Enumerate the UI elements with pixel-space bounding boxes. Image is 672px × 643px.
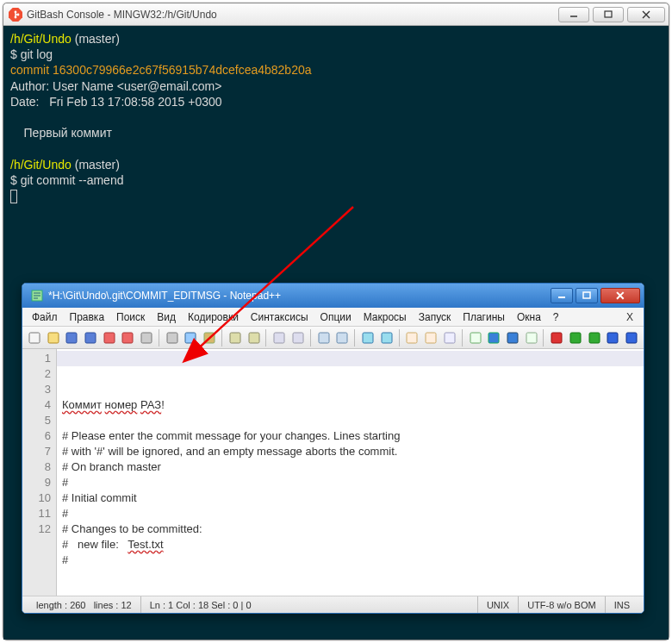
npp-close-button[interactable]: ✕ xyxy=(600,288,640,303)
open-file-icon[interactable] xyxy=(45,329,62,346)
menu-плагины[interactable]: Плагины xyxy=(457,308,511,326)
line-number: 2 xyxy=(22,366,51,382)
editor-line: # Please enter the commit message for yo… xyxy=(62,428,638,444)
svg-rect-32 xyxy=(507,333,518,343)
svg-rect-18 xyxy=(204,333,215,343)
npp-maximize-button[interactable] xyxy=(576,288,598,303)
line-number: 8 xyxy=(22,459,51,475)
svg-rect-11 xyxy=(66,333,77,343)
svg-rect-29 xyxy=(445,333,455,343)
close-button[interactable] xyxy=(627,7,665,22)
toolbar-separator xyxy=(354,329,356,346)
svg-rect-28 xyxy=(426,333,436,343)
new-file-icon[interactable] xyxy=(26,329,43,346)
svg-rect-37 xyxy=(607,333,618,343)
editor-line: # Changes to be committed: xyxy=(62,521,638,537)
terminal-line: commit 16300c79966e2c67f56915b74dcefcea4… xyxy=(10,62,662,78)
play-multi-icon[interactable] xyxy=(586,329,603,346)
editor-line: Коммит номер РАЗ! xyxy=(62,397,638,413)
svg-rect-5 xyxy=(605,11,612,17)
toolbar-separator xyxy=(265,329,267,346)
terminal-line: Date: Fri Feb 13 17:08:58 2015 +0300 xyxy=(10,94,662,109)
folder-tree-icon[interactable] xyxy=(504,329,521,346)
zoom-in-icon[interactable] xyxy=(315,329,333,346)
npp-titlebar[interactable]: *H:\Git\Undo\.git\COMMIT_EDITMSG - Notep… xyxy=(22,284,644,308)
toolbar-separator xyxy=(462,329,464,346)
terminal-line: Author: User Name <user@email.com> xyxy=(10,78,662,94)
menu-поиск[interactable]: Поиск xyxy=(110,308,151,326)
menu-запуск[interactable]: Запуск xyxy=(413,308,457,326)
sync-h-icon[interactable] xyxy=(378,329,395,346)
svg-rect-19 xyxy=(230,333,240,343)
editor-line: # xyxy=(62,475,638,490)
line-number: 4 xyxy=(22,397,51,413)
stop-icon[interactable] xyxy=(605,329,622,346)
menu-кодировки[interactable]: Кодировки xyxy=(182,308,245,326)
save-all-icon[interactable] xyxy=(82,329,99,346)
terminal-line: $ git log xyxy=(10,47,662,62)
menu-окна[interactable]: Окна xyxy=(511,308,547,326)
search-icon[interactable] xyxy=(271,329,288,346)
minimize-button[interactable] xyxy=(558,7,589,22)
close-file-icon[interactable] xyxy=(101,329,118,346)
func-list-icon[interactable] xyxy=(485,329,502,346)
svg-rect-25 xyxy=(363,333,373,343)
status-encoding: UTF-8 w/o BOM xyxy=(519,596,605,613)
close-all-icon[interactable] xyxy=(120,329,137,346)
undo-icon[interactable] xyxy=(227,329,244,346)
menu-синтаксисы[interactable]: Синтаксисы xyxy=(245,308,314,326)
npp-toolbar-close[interactable]: X xyxy=(619,311,640,323)
toolbar-separator xyxy=(543,329,544,346)
terminal-line: $ git commit --amend xyxy=(10,172,662,188)
copy-icon[interactable] xyxy=(183,329,200,346)
npp-minimize-button[interactable] xyxy=(551,288,573,303)
sync-v-icon[interactable] xyxy=(359,329,376,346)
line-number: 12 xyxy=(22,521,51,537)
lang-icon[interactable] xyxy=(467,329,484,346)
cut-icon[interactable] xyxy=(164,329,181,346)
line-number: 10 xyxy=(22,490,51,506)
line-number-gutter: 123456789101112 xyxy=(22,349,57,596)
notepadpp-icon xyxy=(30,289,44,303)
menu-?[interactable]: ? xyxy=(547,308,565,326)
paste-icon[interactable] xyxy=(201,329,218,346)
gitbash-title: GitBash Console - MINGW32:/h/Git/Undo xyxy=(27,9,217,21)
menu-правка[interactable]: Правка xyxy=(64,308,111,326)
svg-rect-14 xyxy=(122,333,133,343)
menu-макросы[interactable]: Макросы xyxy=(358,308,413,326)
doc-map-icon[interactable] xyxy=(523,329,540,346)
save-macro-icon[interactable] xyxy=(623,329,640,346)
record-icon[interactable] xyxy=(548,329,565,346)
indent-guide-icon[interactable] xyxy=(441,329,458,346)
menu-файл[interactable]: Файл xyxy=(26,308,64,326)
redo-icon[interactable] xyxy=(246,329,263,346)
wrap-icon[interactable] xyxy=(404,329,421,346)
editor-line: # with '#' will be ignored, and an empty… xyxy=(62,444,638,459)
editor-line xyxy=(62,413,638,428)
npp-statusbar: length : 260 lines : 12 Ln : 1 Col : 18 … xyxy=(22,596,644,613)
replace-icon[interactable] xyxy=(289,329,307,346)
save-icon[interactable] xyxy=(63,329,80,346)
status-mode: INS xyxy=(606,596,638,613)
line-number: 3 xyxy=(22,382,51,397)
svg-rect-9 xyxy=(29,333,40,343)
editor-text-area[interactable]: Коммит номер РАЗ! # Please enter the com… xyxy=(57,349,644,596)
line-number: 6 xyxy=(22,428,51,444)
git-logo-icon xyxy=(9,8,22,22)
toolbar-separator xyxy=(310,329,312,346)
terminal-line: /h/Git/Undo (master) xyxy=(10,31,662,47)
svg-rect-34 xyxy=(551,333,562,343)
play-icon[interactable] xyxy=(567,329,584,346)
editor-line: # Initial commit xyxy=(62,490,638,506)
svg-rect-27 xyxy=(407,333,417,343)
editor-line xyxy=(62,568,638,584)
show-chars-icon[interactable] xyxy=(422,329,439,346)
svg-rect-10 xyxy=(48,333,59,343)
maximize-button[interactable] xyxy=(593,7,624,22)
print-icon[interactable] xyxy=(138,329,155,346)
gitbash-titlebar[interactable]: GitBash Console - MINGW32:/h/Git/Undo xyxy=(3,3,669,26)
menu-вид[interactable]: Вид xyxy=(151,308,182,326)
editor-line: # new file: Test.txt xyxy=(62,537,638,552)
zoom-out-icon[interactable] xyxy=(333,329,351,346)
menu-опции[interactable]: Опции xyxy=(314,308,358,326)
